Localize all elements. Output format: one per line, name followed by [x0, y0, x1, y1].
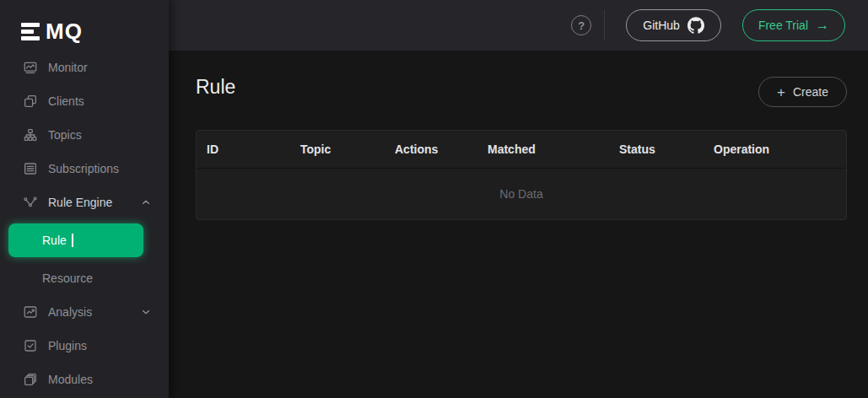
create-button-label: Create: [793, 85, 828, 99]
question-icon: ?: [578, 19, 585, 32]
sidebar-subitem-label: Rule: [42, 234, 67, 247]
modules-icon: [23, 372, 38, 387]
sidebar-subitem-rule[interactable]: Rule: [8, 223, 143, 257]
sidebar-item-label: Plugins: [48, 339, 87, 352]
empty-state-text: No Data: [499, 187, 542, 201]
free-trial-label: Free Trial: [758, 19, 808, 32]
sidebar-menu: Monitor Clients Topics Subscriptions: [0, 51, 169, 396]
sidebar-item-monitor[interactable]: Monitor: [0, 51, 169, 84]
create-button[interactable]: + Create: [758, 77, 847, 107]
sidebar-subitem-resource[interactable]: Resource: [0, 261, 169, 295]
chevron-up-icon: [140, 196, 152, 208]
sidebar-item-label: Topics: [48, 128, 82, 142]
sidebar-item-modules[interactable]: Modules: [0, 363, 169, 396]
sidebar-item-label: Clients: [48, 94, 84, 108]
chevron-down-icon: [140, 306, 152, 318]
table-header-matched: Matched: [477, 143, 609, 156]
topbar: ? GitHub Free Trial →: [169, 0, 868, 51]
emq-logo[interactable]: MQ: [0, 0, 169, 51]
github-octocat-icon: [687, 17, 704, 34]
table-header-actions: Actions: [385, 143, 477, 156]
table-header-row: ID Topic Actions Matched Status Operatio…: [197, 131, 846, 169]
github-button[interactable]: GitHub: [626, 9, 721, 41]
emq-logo-text: MQ: [46, 20, 83, 42]
main-content: Rule + Create ID Topic Actions Matched S…: [169, 51, 868, 398]
arrow-right-icon: →: [816, 19, 829, 32]
sidebar-item-clients[interactable]: Clients: [0, 84, 169, 118]
plus-icon: +: [777, 85, 785, 100]
sidebar-item-label: Subscriptions: [48, 162, 119, 175]
subscriptions-icon: [23, 161, 38, 176]
topbar-divider: [604, 10, 605, 40]
table-header-operation: Operation: [704, 143, 846, 156]
rule-engine-icon: [23, 195, 38, 210]
plugins-icon: [23, 338, 38, 353]
free-trial-button[interactable]: Free Trial →: [742, 9, 845, 41]
table-header-status: Status: [609, 143, 704, 156]
help-button[interactable]: ?: [571, 15, 591, 35]
emq-logo-e-icon: [21, 23, 40, 40]
table-header-id: ID: [197, 143, 290, 156]
github-button-label: GitHub: [643, 19, 680, 32]
text-cursor: [72, 234, 73, 247]
sidebar-item-plugins[interactable]: Plugins: [0, 329, 169, 363]
sidebar-item-analysis[interactable]: Analysis: [0, 295, 169, 329]
sidebar-subitem-label: Resource: [42, 272, 93, 285]
table-header-topic: Topic: [290, 143, 385, 156]
monitor-icon: [23, 60, 38, 75]
sidebar-item-topics[interactable]: Topics: [0, 118, 169, 152]
emqx-dashboard: ? GitHub Free Trial → MQ Monitor: [0, 0, 868, 398]
sidebar-item-subscriptions[interactable]: Subscriptions: [0, 152, 169, 186]
analysis-icon: [23, 304, 38, 320]
sidebar-item-label: Monitor: [48, 61, 88, 74]
page-title: Rule: [196, 76, 235, 99]
topics-icon: [23, 127, 38, 143]
sidebar-item-label: Analysis: [48, 305, 92, 319]
sidebar: MQ Monitor Clients Topics: [0, 0, 169, 398]
sidebar-item-label: Rule Engine: [48, 196, 112, 209]
sidebar-item-label: Modules: [48, 373, 93, 386]
rule-table: ID Topic Actions Matched Status Operatio…: [196, 130, 847, 220]
sidebar-item-rule-engine[interactable]: Rule Engine: [0, 186, 169, 219]
clients-icon: [23, 94, 38, 109]
table-empty-row: No Data: [197, 169, 846, 219]
